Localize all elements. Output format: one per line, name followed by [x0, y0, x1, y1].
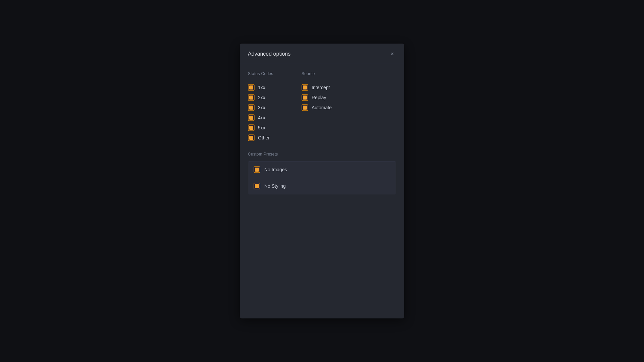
- checkbox-other[interactable]: Other: [248, 134, 288, 141]
- svg-rect-21: [255, 184, 259, 188]
- source-title: Source: [302, 71, 342, 76]
- checkbox-4xx-icon: [248, 114, 255, 121]
- checkbox-1xx[interactable]: 1xx: [248, 84, 288, 91]
- checkbox-5xx-icon: [248, 124, 255, 131]
- label-no-images: No Images: [264, 167, 287, 172]
- filters-columns: Status Codes 1xx: [248, 71, 396, 141]
- checkbox-1xx-icon: [248, 84, 255, 91]
- preset-list: No Images No Styling: [248, 161, 396, 194]
- dialog-header: Advanced options ×: [240, 44, 404, 63]
- dialog-body: Status Codes 1xx: [240, 63, 404, 318]
- svg-rect-19: [255, 168, 259, 172]
- checkbox-intercept-icon: [302, 84, 308, 91]
- svg-rect-11: [249, 136, 253, 140]
- status-codes-column: Status Codes 1xx: [248, 71, 288, 141]
- svg-rect-13: [303, 85, 307, 89]
- preset-no-styling[interactable]: No Styling: [248, 178, 396, 194]
- label-3xx: 3xx: [258, 105, 265, 110]
- status-codes-title: Status Codes: [248, 71, 288, 76]
- dialog-title: Advanced options: [248, 51, 290, 57]
- svg-rect-17: [303, 106, 307, 110]
- preset-no-images-icon: [254, 166, 260, 173]
- label-1xx: 1xx: [258, 85, 265, 90]
- label-4xx: 4xx: [258, 115, 265, 120]
- custom-presets-title: Custom Presets: [248, 152, 396, 157]
- checkbox-replay-icon: [302, 94, 308, 101]
- checkbox-3xx[interactable]: 3xx: [248, 104, 288, 111]
- preset-no-images[interactable]: No Images: [248, 162, 396, 178]
- svg-rect-1: [249, 85, 253, 89]
- advanced-options-dialog: Advanced options × Status Codes 1: [240, 44, 404, 318]
- label-intercept: Intercept: [312, 85, 330, 90]
- svg-rect-9: [249, 126, 253, 130]
- source-column: Source Intercept: [302, 71, 342, 141]
- checkbox-automate-icon: [302, 104, 308, 111]
- close-button[interactable]: ×: [388, 50, 396, 58]
- checkbox-5xx[interactable]: 5xx: [248, 124, 288, 131]
- label-2xx: 2xx: [258, 95, 265, 100]
- label-automate: Automate: [312, 105, 332, 110]
- checkbox-replay[interactable]: Replay: [302, 94, 342, 101]
- svg-rect-5: [249, 106, 253, 110]
- checkbox-automate[interactable]: Automate: [302, 104, 342, 111]
- svg-rect-15: [303, 96, 307, 100]
- checkbox-2xx[interactable]: 2xx: [248, 94, 288, 101]
- overlay: Advanced options × Status Codes 1: [0, 0, 644, 362]
- checkbox-2xx-icon: [248, 94, 255, 101]
- checkbox-4xx[interactable]: 4xx: [248, 114, 288, 121]
- label-no-styling: No Styling: [264, 183, 286, 189]
- label-5xx: 5xx: [258, 125, 265, 130]
- label-other: Other: [258, 135, 270, 140]
- svg-rect-3: [249, 96, 253, 100]
- custom-presets-section: Custom Presets No Images: [248, 152, 396, 194]
- svg-rect-7: [249, 116, 253, 120]
- checkbox-intercept[interactable]: Intercept: [302, 84, 342, 91]
- preset-no-styling-icon: [254, 183, 260, 189]
- checkbox-other-icon: [248, 134, 255, 141]
- checkbox-3xx-icon: [248, 104, 255, 111]
- label-replay: Replay: [312, 95, 326, 100]
